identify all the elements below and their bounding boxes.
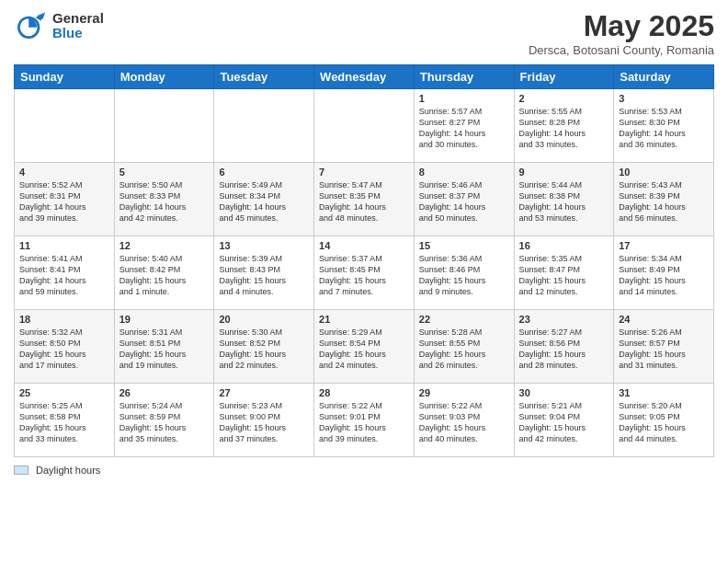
calendar-cell: 16Sunrise: 5:35 AMSunset: 8:47 PMDayligh…: [514, 236, 614, 310]
day-number: 22: [419, 314, 509, 325]
calendar-cell: [15, 89, 115, 163]
calendar-cell: 23Sunrise: 5:27 AMSunset: 8:56 PMDayligh…: [514, 310, 614, 384]
day-number: 28: [319, 387, 409, 398]
day-number: 21: [319, 314, 409, 325]
day-info: Sunrise: 5:46 AMSunset: 8:37 PMDaylight:…: [419, 179, 509, 224]
day-info: Sunrise: 5:52 AMSunset: 8:31 PMDaylight:…: [19, 179, 109, 224]
day-number: 17: [619, 240, 709, 251]
day-info: Sunrise: 5:50 AMSunset: 8:33 PMDaylight:…: [119, 179, 210, 224]
day-info: Sunrise: 5:41 AMSunset: 8:41 PMDaylight:…: [19, 253, 109, 298]
day-info: Sunrise: 5:24 AMSunset: 8:59 PMDaylight:…: [119, 400, 210, 445]
day-number: 4: [19, 167, 109, 178]
calendar-cell: 12Sunrise: 5:40 AMSunset: 8:42 PMDayligh…: [114, 236, 214, 310]
day-info: Sunrise: 5:21 AMSunset: 9:04 PMDaylight:…: [519, 400, 609, 445]
day-info: Sunrise: 5:53 AMSunset: 8:30 PMDaylight:…: [619, 106, 709, 151]
calendar-cell: 8Sunrise: 5:46 AMSunset: 8:37 PMDaylight…: [414, 163, 514, 236]
day-number: 20: [219, 314, 309, 325]
day-number: 30: [519, 387, 609, 398]
day-number: 25: [19, 387, 109, 398]
calendar-cell: 2Sunrise: 5:55 AMSunset: 8:28 PMDaylight…: [514, 89, 614, 163]
day-info: Sunrise: 5:55 AMSunset: 8:28 PMDaylight:…: [519, 106, 609, 151]
calendar-table: SundayMondayTuesdayWednesdayThursdayFrid…: [14, 64, 714, 457]
calendar-week-row: 4Sunrise: 5:52 AMSunset: 8:31 PMDaylight…: [15, 163, 714, 236]
day-info: Sunrise: 5:40 AMSunset: 8:42 PMDaylight:…: [119, 253, 210, 298]
day-number: 29: [419, 387, 509, 398]
calendar-cell: 24Sunrise: 5:26 AMSunset: 8:57 PMDayligh…: [614, 310, 714, 384]
calendar-cell: 10Sunrise: 5:43 AMSunset: 8:39 PMDayligh…: [614, 163, 714, 236]
calendar-cell: 11Sunrise: 5:41 AMSunset: 8:41 PMDayligh…: [15, 236, 115, 310]
day-info: Sunrise: 5:37 AMSunset: 8:45 PMDaylight:…: [319, 253, 409, 298]
day-number: 11: [19, 240, 109, 251]
day-number: 6: [219, 167, 309, 178]
logo-icon: [14, 9, 47, 42]
day-number: 24: [619, 314, 709, 325]
page: General Blue May 2025 Dersca, Botosani C…: [0, 0, 728, 563]
day-number: 27: [219, 387, 309, 398]
calendar-day-header: Friday: [514, 65, 614, 89]
footer: Daylight hours: [14, 465, 714, 476]
day-info: Sunrise: 5:20 AMSunset: 9:05 PMDaylight:…: [619, 400, 709, 445]
day-number: 9: [519, 167, 609, 178]
calendar-cell: 1Sunrise: 5:57 AMSunset: 8:27 PMDaylight…: [414, 89, 514, 163]
calendar-week-row: 18Sunrise: 5:32 AMSunset: 8:50 PMDayligh…: [15, 310, 714, 384]
day-info: Sunrise: 5:22 AMSunset: 9:01 PMDaylight:…: [319, 400, 409, 445]
day-info: Sunrise: 5:49 AMSunset: 8:34 PMDaylight:…: [219, 179, 309, 224]
day-number: 1: [419, 93, 509, 104]
day-number: 7: [319, 167, 409, 178]
day-info: Sunrise: 5:47 AMSunset: 8:35 PMDaylight:…: [319, 179, 409, 224]
calendar-cell: 26Sunrise: 5:24 AMSunset: 8:59 PMDayligh…: [114, 384, 214, 457]
day-info: Sunrise: 5:35 AMSunset: 8:47 PMDaylight:…: [519, 253, 609, 298]
day-number: 26: [119, 387, 210, 398]
day-info: Sunrise: 5:25 AMSunset: 8:58 PMDaylight:…: [19, 400, 109, 445]
day-info: Sunrise: 5:22 AMSunset: 9:03 PMDaylight:…: [419, 400, 509, 445]
calendar-cell: 15Sunrise: 5:36 AMSunset: 8:46 PMDayligh…: [414, 236, 514, 310]
calendar-cell: 25Sunrise: 5:25 AMSunset: 8:58 PMDayligh…: [15, 384, 115, 457]
calendar-cell: 17Sunrise: 5:34 AMSunset: 8:49 PMDayligh…: [614, 236, 714, 310]
logo-text: General Blue: [52, 11, 104, 41]
day-info: Sunrise: 5:43 AMSunset: 8:39 PMDaylight:…: [619, 179, 709, 224]
day-info: Sunrise: 5:30 AMSunset: 8:52 PMDaylight:…: [219, 327, 309, 372]
calendar-week-row: 25Sunrise: 5:25 AMSunset: 8:58 PMDayligh…: [15, 384, 714, 457]
calendar-cell: 4Sunrise: 5:52 AMSunset: 8:31 PMDaylight…: [15, 163, 115, 236]
day-number: 14: [319, 240, 409, 251]
calendar-week-row: 11Sunrise: 5:41 AMSunset: 8:41 PMDayligh…: [15, 236, 714, 310]
day-info: Sunrise: 5:57 AMSunset: 8:27 PMDaylight:…: [419, 106, 509, 151]
calendar-day-header: Monday: [114, 65, 214, 89]
calendar-header-row: SundayMondayTuesdayWednesdayThursdayFrid…: [15, 65, 714, 89]
logo-blue-text: Blue: [52, 26, 104, 41]
day-info: Sunrise: 5:44 AMSunset: 8:38 PMDaylight:…: [519, 179, 609, 224]
header: General Blue May 2025 Dersca, Botosani C…: [14, 9, 714, 57]
calendar-cell: 31Sunrise: 5:20 AMSunset: 9:05 PMDayligh…: [614, 384, 714, 457]
calendar-cell: 6Sunrise: 5:49 AMSunset: 8:34 PMDaylight…: [214, 163, 314, 236]
day-number: 2: [519, 93, 609, 104]
calendar-cell: 14Sunrise: 5:37 AMSunset: 8:45 PMDayligh…: [314, 236, 415, 310]
day-info: Sunrise: 5:26 AMSunset: 8:57 PMDaylight:…: [619, 327, 709, 372]
calendar-cell: [214, 89, 314, 163]
calendar-cell: 21Sunrise: 5:29 AMSunset: 8:54 PMDayligh…: [314, 310, 415, 384]
day-number: 23: [519, 314, 609, 325]
calendar-cell: 19Sunrise: 5:31 AMSunset: 8:51 PMDayligh…: [114, 310, 214, 384]
day-number: 31: [619, 387, 709, 398]
legend-label: Daylight hours: [36, 465, 100, 476]
title-block: May 2025 Dersca, Botosani County, Romani…: [529, 9, 714, 57]
calendar-cell: 5Sunrise: 5:50 AMSunset: 8:33 PMDaylight…: [114, 163, 214, 236]
legend-color-box: [14, 465, 28, 475]
calendar-cell: 20Sunrise: 5:30 AMSunset: 8:52 PMDayligh…: [214, 310, 314, 384]
day-number: 18: [19, 314, 109, 325]
day-info: Sunrise: 5:29 AMSunset: 8:54 PMDaylight:…: [319, 327, 409, 372]
calendar-cell: 22Sunrise: 5:28 AMSunset: 8:55 PMDayligh…: [414, 310, 514, 384]
calendar-cell: 9Sunrise: 5:44 AMSunset: 8:38 PMDaylight…: [514, 163, 614, 236]
day-number: 8: [419, 167, 509, 178]
calendar-cell: 30Sunrise: 5:21 AMSunset: 9:04 PMDayligh…: [514, 384, 614, 457]
day-number: 16: [519, 240, 609, 251]
day-info: Sunrise: 5:39 AMSunset: 8:43 PMDaylight:…: [219, 253, 309, 298]
day-info: Sunrise: 5:36 AMSunset: 8:46 PMDaylight:…: [419, 253, 509, 298]
calendar-cell: 7Sunrise: 5:47 AMSunset: 8:35 PMDaylight…: [314, 163, 415, 236]
day-number: 3: [619, 93, 709, 104]
day-info: Sunrise: 5:28 AMSunset: 8:55 PMDaylight:…: [419, 327, 509, 372]
calendar-day-header: Thursday: [414, 65, 514, 89]
logo-general-text: General: [52, 11, 104, 27]
calendar-day-header: Wednesday: [314, 65, 415, 89]
calendar-title: May 2025: [529, 9, 714, 43]
day-info: Sunrise: 5:32 AMSunset: 8:50 PMDaylight:…: [19, 327, 109, 372]
